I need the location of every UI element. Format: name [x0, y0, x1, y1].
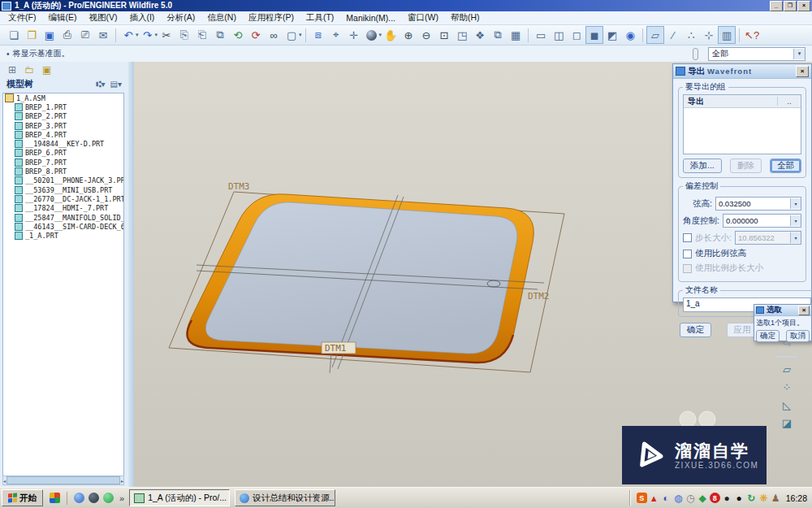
- zoom-out-icon[interactable]: ⊖: [417, 26, 435, 44]
- quick-launch-icon[interactable]: [89, 493, 99, 503]
- tray-icon[interactable]: ●: [722, 493, 732, 503]
- new-icon[interactable]: ❏: [5, 26, 23, 44]
- orient-ball-icon[interactable]: ◉: [621, 26, 639, 44]
- print-setup-icon[interactable]: ⎚: [76, 26, 94, 44]
- quick-launch-overflow-icon[interactable]: »: [119, 493, 124, 503]
- menu-help[interactable]: 帮助(H): [451, 12, 480, 24]
- tree-row[interactable]: BREP_6.PRT: [3, 149, 123, 158]
- tree-row[interactable]: __194844__KEY-D.PRT: [3, 139, 123, 148]
- find-icon[interactable]: ∞: [265, 26, 283, 44]
- export-list[interactable]: 导出 ..: [683, 94, 801, 154]
- vertex-filter-icon[interactable]: ⁘: [783, 381, 792, 393]
- close-button[interactable]: ×: [797, 1, 810, 11]
- tray-icon[interactable]: ◐: [661, 493, 672, 503]
- spin-center-icon[interactable]: ⌖: [327, 26, 345, 44]
- dtm1-label[interactable]: DTM1: [325, 343, 347, 354]
- tray-icon[interactable]: ◍: [673, 493, 684, 503]
- chevron-down-icon[interactable]: ▾: [790, 198, 801, 209]
- csys-toggle-icon[interactable]: ⊹: [700, 26, 718, 44]
- tray-icon[interactable]: ◆: [698, 493, 708, 503]
- menu-applications[interactable]: 应用程序(P): [248, 12, 294, 24]
- menu-insert[interactable]: 插入(I): [129, 12, 154, 24]
- open-icon[interactable]: ❐: [23, 26, 41, 44]
- layers-icon[interactable]: ⧉: [489, 26, 507, 44]
- menu-view[interactable]: 视图(V): [89, 12, 117, 24]
- save-icon[interactable]: ▣: [41, 26, 58, 44]
- redraw-icon[interactable]: ⧈: [309, 26, 327, 44]
- zoom-window-icon[interactable]: ⊡: [435, 26, 453, 44]
- angle-control-combo[interactable]: 0.000000 ▾: [723, 214, 801, 228]
- zoom-in-icon[interactable]: ⊕: [400, 26, 417, 44]
- tree-row[interactable]: BREP_7.PRT: [3, 158, 123, 167]
- menu-analysis[interactable]: 分析(A): [166, 12, 195, 24]
- datum-planes-toggle-icon[interactable]: ▱: [646, 26, 664, 44]
- regenerate-icon[interactable]: ⟳: [247, 26, 265, 44]
- tree-row[interactable]: BREP_3.PRT: [3, 121, 123, 130]
- tray-icon[interactable]: ❋: [758, 493, 769, 503]
- task-button-browser[interactable]: 设计总结和设计资源...: [235, 489, 335, 506]
- export-dialog-titlebar[interactable]: 导出 Wavefront ×: [673, 64, 811, 79]
- tree-row[interactable]: BREP_8.PRT: [3, 167, 123, 176]
- select-dialog-titlebar[interactable]: 选取 ×: [754, 305, 811, 316]
- menu-window[interactable]: 窗口(W): [408, 12, 438, 24]
- no-hidden-icon[interactable]: ◻: [568, 26, 585, 44]
- wireframe-icon[interactable]: ▭: [532, 26, 550, 44]
- paste-special-icon[interactable]: ⧉: [211, 26, 229, 44]
- tray-icon[interactable]: ↻: [746, 493, 757, 503]
- menu-tools[interactable]: 工具(T): [306, 12, 334, 24]
- tree-row[interactable]: __25847__MANIFOLD_SOLID_BREP: [3, 213, 123, 222]
- enhanced-display-icon[interactable]: ◩: [603, 26, 621, 44]
- menu-manikin[interactable]: Manikin(M)...: [346, 13, 395, 23]
- ratio-chord-checkbox[interactable]: [683, 250, 692, 258]
- datum-points-toggle-icon[interactable]: ∴: [682, 26, 700, 44]
- menu-info[interactable]: 信息(N): [207, 12, 236, 24]
- geometry-filter-icon[interactable]: ◺: [783, 399, 791, 411]
- orient-mode-icon[interactable]: ✛: [345, 26, 363, 44]
- scroll-left-icon[interactable]: ◂: [3, 478, 6, 484]
- scroll-right-icon[interactable]: ▸: [121, 478, 123, 484]
- restore-button[interactable]: ❐: [784, 1, 797, 11]
- all-button[interactable]: 全部: [770, 158, 801, 173]
- export-dialog-close-icon[interactable]: ×: [796, 66, 809, 77]
- cut-icon[interactable]: ✂: [158, 26, 175, 44]
- start-button[interactable]: 开始: [2, 489, 43, 506]
- saved-views-icon[interactable]: ❖: [471, 26, 489, 44]
- scrollbar-thumb[interactable]: [6, 476, 120, 484]
- quilt-filter-icon[interactable]: ◪: [782, 417, 792, 429]
- shaded-sphere-icon[interactable]: [363, 26, 381, 44]
- print-icon[interactable]: ⎙: [58, 26, 76, 44]
- model-tree[interactable]: 1_A.ASM BREP_1.PRT BREP_2.PRT BREP_3.PRT…: [2, 93, 124, 476]
- selection-filter-combo[interactable]: 全部 ▾: [708, 47, 806, 61]
- copy-icon[interactable]: ⎘: [175, 26, 193, 44]
- refit-icon[interactable]: ◳: [453, 26, 471, 44]
- view-manager-icon[interactable]: ▦: [507, 26, 525, 44]
- chevron-down-icon[interactable]: ▾: [793, 49, 805, 59]
- favorites-tab-icon[interactable]: ▣: [42, 64, 51, 76]
- tray-icon[interactable]: S: [637, 493, 647, 503]
- undo-icon[interactable]: ↶: [119, 26, 137, 44]
- context-help-icon[interactable]: ↖?: [743, 26, 761, 44]
- chord-height-combo[interactable]: 0.032500 ▾: [715, 197, 801, 211]
- dtm3-label[interactable]: DTM3: [228, 181, 250, 192]
- paste-icon[interactable]: ⎗: [193, 26, 211, 44]
- shaded-display-icon[interactable]: ◼: [585, 26, 603, 44]
- export-column-header[interactable]: 导出: [684, 96, 777, 107]
- tray-icon[interactable]: ◷: [685, 493, 696, 503]
- select-dialog-close-icon[interactable]: ×: [798, 306, 810, 315]
- tree-row[interactable]: __17824__HDMI-_7.PRT: [3, 204, 123, 213]
- ok-button[interactable]: 确定: [680, 323, 711, 337]
- tree-row[interactable]: BREP_4.PRT: [3, 130, 123, 139]
- tray-icon[interactable]: ▲: [649, 493, 659, 503]
- tree-row[interactable]: __50201__PHONE-JACK_3.PRT: [3, 176, 123, 185]
- tray-icon[interactable]: ●: [734, 493, 745, 503]
- mail-icon[interactable]: ✉: [94, 26, 112, 44]
- tree-row[interactable]: BREP_1.PRT: [3, 102, 123, 111]
- select-box-dropdown-icon[interactable]: ▾: [299, 32, 302, 38]
- tree-horizontal-scrollbar[interactable]: ◂ ▸: [2, 475, 124, 485]
- regenerate-auto-icon[interactable]: ⟲: [229, 26, 247, 44]
- pan-zoom-hand-icon[interactable]: ✋: [382, 26, 400, 44]
- minimize-button[interactable]: _: [770, 1, 783, 11]
- tree-settings-menu-icon[interactable]: ▤▾: [110, 80, 122, 89]
- tray-icon[interactable]: ♟: [771, 493, 781, 503]
- chevron-down-icon[interactable]: ▾: [790, 215, 801, 226]
